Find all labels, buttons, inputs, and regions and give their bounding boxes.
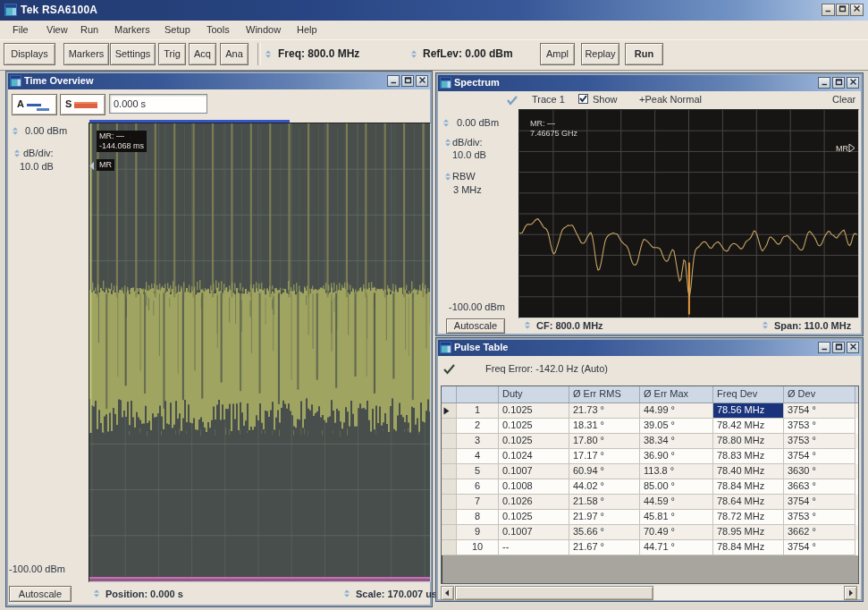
cell-freq_dev[interactable]: 78.84 MHz: [713, 540, 784, 555]
maximize-button[interactable]: [836, 4, 849, 16]
pulse-table-hscrollbar[interactable]: [441, 586, 857, 600]
cell-duty[interactable]: 0.1025: [499, 403, 569, 419]
time-overview-maximize-button[interactable]: [401, 75, 414, 87]
cell-duty[interactable]: 0.1025: [499, 510, 569, 525]
cell-ph_dev[interactable]: 3754 °: [784, 403, 855, 419]
menu-item-setup[interactable]: Setup: [164, 24, 190, 35]
cell-err_max[interactable]: 44.59 °: [640, 495, 713, 510]
cell-err_rms[interactable]: 21.58 °: [569, 495, 640, 510]
pulse-table-minimize-button[interactable]: [818, 342, 830, 353]
cell-err_max[interactable]: 44.99 °: [640, 403, 713, 419]
column-header-1[interactable]: Ø Err RMS: [569, 386, 640, 402]
analysis-amplitude-button[interactable]: A: [12, 94, 57, 115]
spectrum-close-button[interactable]: [847, 77, 859, 89]
cell-freq_dev[interactable]: 78.64 MHz: [713, 495, 784, 510]
ampl-button[interactable]: Ampl: [540, 43, 575, 65]
reflev-adjust-icon[interactable]: [410, 50, 417, 58]
cell-err_rms[interactable]: 17.17 °: [569, 449, 640, 464]
cell-ph_dev[interactable]: 3662 °: [784, 525, 855, 540]
cell-err_max[interactable]: 39.05 °: [640, 419, 713, 434]
cell-ph_dev[interactable]: 3754 °: [784, 449, 855, 464]
row-number-cell[interactable]: 10: [457, 540, 499, 555]
cell-ph_dev[interactable]: 3754 °: [784, 495, 855, 510]
cell-ph_dev[interactable]: 3754 °: [784, 540, 855, 555]
span-adjust-icon[interactable]: [762, 321, 769, 329]
ana-button[interactable]: Ana: [220, 43, 249, 65]
cell-err_rms[interactable]: 17.80 °: [569, 434, 640, 449]
cell-ph_dev[interactable]: 3663 °: [784, 479, 855, 495]
cell-freq_dev[interactable]: 78.84 MHz: [713, 479, 784, 495]
time-overview-titlebar[interactable]: Time Overview: [8, 73, 430, 89]
row-number-cell[interactable]: 6: [457, 479, 499, 495]
scrollbar-thumb[interactable]: [455, 586, 653, 600]
cell-freq_dev[interactable]: 78.42 MHz: [713, 419, 784, 434]
trace-enabled-check-icon[interactable]: [507, 96, 518, 106]
row-number-cell[interactable]: 4: [457, 449, 499, 464]
row-number-cell[interactable]: 8: [457, 510, 499, 525]
dbdiv-adjust-icon[interactable]: [13, 149, 21, 157]
markers-button[interactable]: Markers: [63, 43, 109, 65]
cf-adjust-icon[interactable]: [524, 321, 531, 329]
trig-button[interactable]: Trig: [158, 43, 186, 65]
tov-autoscale-button[interactable]: Autoscale: [9, 586, 72, 602]
time-overview-plot[interactable]: MR: —-144.068 msMR: [88, 123, 431, 582]
cell-err_max[interactable]: 85.00 °: [640, 479, 713, 495]
minimize-button[interactable]: [822, 4, 835, 16]
cell-err_rms[interactable]: 60.94 °: [569, 464, 640, 479]
spec-autoscale-button[interactable]: Autoscale: [446, 318, 505, 334]
column-header-0[interactable]: Duty: [499, 386, 569, 402]
cell-freq_dev[interactable]: 78.83 MHz: [713, 449, 784, 464]
cell-err_max[interactable]: 36.90 °: [640, 449, 713, 464]
freq-adjust-icon[interactable]: [265, 50, 272, 58]
row-number-cell[interactable]: 3: [457, 434, 499, 449]
row-number-cell[interactable]: 2: [457, 419, 499, 434]
row-number-cell[interactable]: 5: [457, 464, 499, 479]
menu-item-file[interactable]: File: [13, 24, 29, 35]
time-overview-close-button[interactable]: [416, 75, 428, 87]
analysis-spectrum-button[interactable]: S: [60, 94, 105, 115]
spec-dbdiv-adjust-icon[interactable]: [444, 139, 451, 147]
cell-duty[interactable]: 0.1007: [499, 525, 569, 540]
cell-duty[interactable]: --: [499, 540, 569, 555]
menu-item-markers[interactable]: Markers: [114, 24, 150, 35]
cell-duty[interactable]: 0.1007: [499, 464, 569, 479]
spec-reflevel-adjust-icon[interactable]: [442, 119, 450, 127]
cell-ph_dev[interactable]: 3753 °: [784, 510, 855, 525]
analysis-offset-input[interactable]: 0.000 s: [109, 94, 207, 114]
cell-freq_dev[interactable]: 78.56 MHz: [713, 403, 784, 419]
position-adjust-icon[interactable]: [93, 589, 100, 597]
spectrum-titlebar[interactable]: Spectrum: [438, 75, 861, 91]
cell-freq_dev[interactable]: 78.95 MHz: [713, 525, 784, 540]
menu-item-window[interactable]: Window: [246, 24, 281, 35]
cell-err_max[interactable]: 44.71 °: [640, 540, 713, 555]
cell-err_rms[interactable]: 21.73 °: [569, 403, 640, 419]
spec-rbw-adjust-icon[interactable]: [444, 173, 451, 181]
cell-err_max[interactable]: 45.81 °: [640, 510, 713, 525]
cell-freq_dev[interactable]: 78.72 MHz: [713, 510, 784, 525]
menu-item-tools[interactable]: Tools: [206, 24, 230, 35]
cell-err_rms[interactable]: 18.31 °: [569, 419, 640, 434]
acq-button[interactable]: Acq: [189, 43, 216, 65]
cell-duty[interactable]: 0.1025: [499, 434, 569, 449]
cell-ph_dev[interactable]: 3753 °: [784, 434, 855, 449]
row-number-cell[interactable]: 1: [457, 403, 499, 419]
cell-freq_dev[interactable]: 78.40 MHz: [713, 464, 784, 479]
pulse-table-titlebar[interactable]: Pulse Table: [438, 340, 861, 356]
scroll-right-button[interactable]: [844, 586, 857, 600]
row-number-cell[interactable]: 9: [457, 525, 499, 540]
cell-err_rms[interactable]: 44.02 °: [569, 479, 640, 495]
clear-button[interactable]: Clear: [832, 94, 855, 105]
cell-err_rms[interactable]: 21.67 °: [569, 540, 640, 555]
column-header-4[interactable]: Ø Dev: [784, 386, 855, 402]
toplevel-adjust-icon[interactable]: [12, 127, 19, 135]
displays-button[interactable]: Displays: [4, 43, 55, 65]
column-header-3[interactable]: Freq Dev: [713, 386, 784, 402]
pulse-table-close-button[interactable]: [847, 342, 859, 353]
cell-err_rms[interactable]: 21.97 °: [569, 510, 640, 525]
show-checkbox[interactable]: [578, 94, 588, 104]
menu-item-view[interactable]: View: [46, 24, 68, 35]
menu-item-help[interactable]: Help: [297, 24, 317, 35]
run-button[interactable]: Run: [625, 43, 663, 65]
spectrum-plot[interactable]: MR: —7.46675 GHzMR: [518, 109, 859, 318]
time-overview-minimize-button[interactable]: [387, 75, 400, 87]
